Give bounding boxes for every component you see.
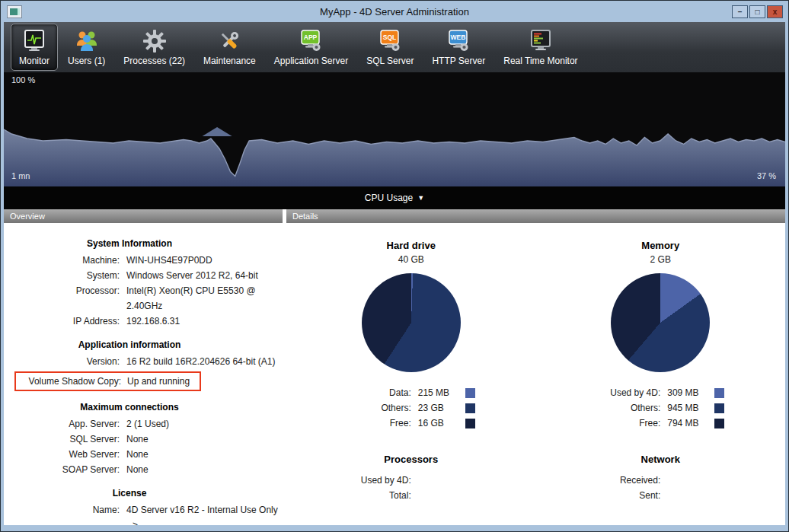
info-label: Machine: bbox=[4, 253, 126, 268]
info-value: Windows Server 2012 R2, 64-bit bbox=[126, 268, 258, 283]
legend-label: Free: bbox=[536, 416, 668, 431]
memory-legend: Used by 4D:309 MBOthers:945 MBFree:794 M… bbox=[536, 385, 786, 431]
overview-section: System InformationMachine:WIN-UHS4E97P0D… bbox=[4, 238, 283, 329]
legend-label: Free: bbox=[286, 416, 418, 431]
section-title: License bbox=[4, 488, 255, 499]
section-title: Application information bbox=[4, 339, 255, 350]
legend-row: Others:945 MB bbox=[536, 400, 786, 416]
memory-title: Memory bbox=[536, 240, 786, 251]
info-label: IP Address: bbox=[4, 314, 126, 329]
legend-color-swatch bbox=[714, 388, 724, 398]
info-value: 4D Server v16 R2 - Internal Use Only -->… bbox=[126, 502, 283, 525]
legend-value: 794 MB bbox=[667, 416, 714, 431]
graph-source-bar: CPU Usage ▼ bbox=[4, 186, 785, 209]
section-title: Maximum connections bbox=[4, 402, 255, 413]
app-window: MyApp - 4D Server Administration –□x Mon… bbox=[0, 0, 789, 532]
graph-source-label: CPU Usage bbox=[365, 193, 413, 203]
close-icon: x bbox=[773, 8, 778, 16]
app-server-icon: APP bbox=[298, 28, 324, 54]
toolbar-item-users-1[interactable]: Users (1) bbox=[59, 24, 113, 71]
legend-value: 309 MB bbox=[667, 385, 714, 400]
maximize-icon: □ bbox=[755, 8, 759, 16]
legend-value: 215 MB bbox=[418, 385, 465, 400]
info-label: SOAP Server: bbox=[4, 462, 126, 477]
toolbar-item-maintenance[interactable]: Maintenance bbox=[195, 24, 264, 71]
info-label: Sent: bbox=[536, 488, 668, 503]
memory-gauge: Memory2 GBUsed by 4D:309 MBOthers:945 MB… bbox=[536, 228, 786, 525]
info-row: Web Server:None bbox=[4, 447, 283, 462]
minimize-icon: – bbox=[738, 8, 743, 16]
info-value: Intel(R) Xeon(R) CPU E5530 @ 2.40GHz bbox=[126, 283, 283, 314]
toolbar-item-real-time-monitor[interactable]: Real Time Monitor bbox=[495, 24, 586, 71]
info-row: System:Windows Server 2012 R2, 64-bit bbox=[4, 268, 283, 283]
info-label: Name: bbox=[4, 502, 126, 525]
legend-value: 945 MB bbox=[667, 400, 714, 416]
legend-row: Others:23 GB bbox=[286, 400, 536, 416]
minimize-button[interactable]: – bbox=[732, 5, 748, 18]
details-panel-header: Details bbox=[286, 209, 785, 223]
info-label: Processor: bbox=[4, 283, 126, 314]
toolbar-item-label: Monitor bbox=[19, 56, 50, 66]
maximize-button[interactable]: □ bbox=[749, 5, 765, 18]
memory-capacity: 2 GB bbox=[536, 254, 786, 265]
toolbar-item-sql-server[interactable]: SQLSQL Server bbox=[358, 24, 422, 71]
info-row: Total: bbox=[286, 488, 536, 503]
legend-row: Free:16 GB bbox=[286, 416, 536, 431]
info-label: Web Server: bbox=[4, 447, 126, 462]
maintenance-tools-icon bbox=[216, 28, 242, 54]
details-panel: Details Hard drive40 GBData:215 MBOthers… bbox=[286, 209, 785, 525]
memory-sub-rows: Received:Sent: bbox=[536, 473, 786, 503]
info-label: Used by 4D: bbox=[286, 473, 418, 488]
monitor-icon bbox=[21, 28, 47, 54]
info-row-highlighted: Volume Shadow Copy:Up and running bbox=[14, 371, 201, 391]
overview-section: Maximum connectionsApp. Server:2 (1 Used… bbox=[4, 402, 283, 477]
legend-color-swatch bbox=[714, 403, 724, 413]
toolbar-item-application-server[interactable]: APPApplication Server bbox=[266, 24, 356, 71]
graph-source-dropdown[interactable]: CPU Usage ▼ bbox=[360, 192, 429, 204]
info-value: Up and running bbox=[127, 374, 190, 389]
hard-drive-legend: Data:215 MBOthers:23 GBFree:16 GB bbox=[286, 385, 536, 431]
legend-row: Data:215 MB bbox=[286, 385, 536, 400]
legend-color-swatch bbox=[465, 388, 475, 398]
legend-color-swatch bbox=[714, 419, 724, 428]
info-row: Used by 4D: bbox=[286, 473, 536, 488]
overview-panel: Overview System InformationMachine:WIN-U… bbox=[4, 209, 283, 525]
toolbar-item-label: Real Time Monitor bbox=[503, 56, 577, 66]
info-row: SQL Server:None bbox=[4, 432, 283, 447]
users-icon bbox=[74, 28, 100, 54]
toolbar-item-label: HTTP Server bbox=[432, 56, 485, 66]
legend-value: 23 GB bbox=[418, 400, 465, 416]
info-row: Received: bbox=[536, 473, 786, 488]
title-bar: MyApp - 4D Server Administration –□x bbox=[2, 2, 787, 22]
info-row: IP Address:192.168.6.31 bbox=[4, 314, 283, 329]
legend-row: Used by 4D:309 MB bbox=[536, 385, 786, 400]
close-button[interactable]: x bbox=[767, 5, 783, 18]
legend-row: Free:794 MB bbox=[536, 416, 786, 431]
toolbar-item-label: Processes (22) bbox=[123, 56, 185, 66]
toolbar-item-label: Application Server bbox=[274, 56, 348, 66]
legend-label: Data: bbox=[286, 385, 418, 400]
graph-max-label: 100 % bbox=[11, 75, 35, 84]
info-label: Version: bbox=[4, 354, 126, 369]
memory-pie-chart bbox=[611, 273, 710, 372]
info-label: SQL Server: bbox=[4, 432, 126, 447]
toolbar-item-monitor[interactable]: Monitor bbox=[11, 24, 58, 71]
info-value: None bbox=[126, 432, 149, 447]
toolbar: MonitorUsers (1)Processes (22)Maintenanc… bbox=[4, 22, 785, 72]
toolbar-item-http-server[interactable]: WEBHTTP Server bbox=[423, 24, 494, 71]
toolbar-item-processes-22[interactable]: Processes (22) bbox=[115, 24, 193, 71]
cpu-usage-graph: 100 % 1 mn 37 % bbox=[4, 72, 785, 186]
overview-section: Application informationVersion:16 R2 bui… bbox=[4, 339, 283, 391]
hard-drive-sub-rows: Used by 4D:Total: bbox=[286, 473, 536, 503]
info-row: App. Server:2 (1 Used) bbox=[4, 416, 283, 432]
graph-time-label: 1 mn bbox=[11, 171, 30, 180]
legend-color-swatch bbox=[465, 419, 475, 428]
legend-color-swatch bbox=[465, 403, 475, 413]
hard-drive-gauge: Hard drive40 GBData:215 MBOthers:23 GBFr… bbox=[286, 228, 536, 525]
panels: Overview System InformationMachine:WIN-U… bbox=[4, 209, 785, 525]
overview-panel-header: Overview bbox=[4, 209, 283, 223]
legend-label: Used by 4D: bbox=[536, 385, 668, 400]
window-controls: –□x bbox=[732, 5, 783, 18]
http-server-icon: WEB bbox=[446, 28, 471, 54]
info-row: Sent: bbox=[536, 488, 786, 503]
